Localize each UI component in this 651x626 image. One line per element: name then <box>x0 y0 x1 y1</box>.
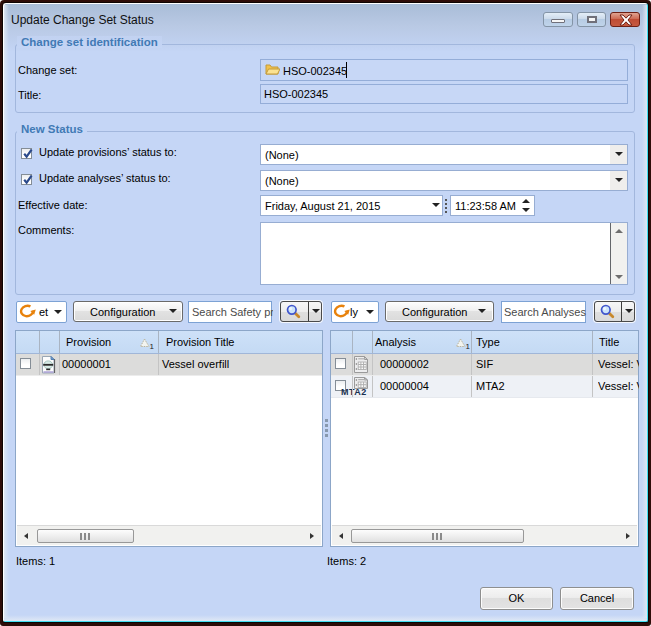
svg-text:1: 1 <box>150 342 155 350</box>
svg-text:1: 1 <box>466 342 471 350</box>
